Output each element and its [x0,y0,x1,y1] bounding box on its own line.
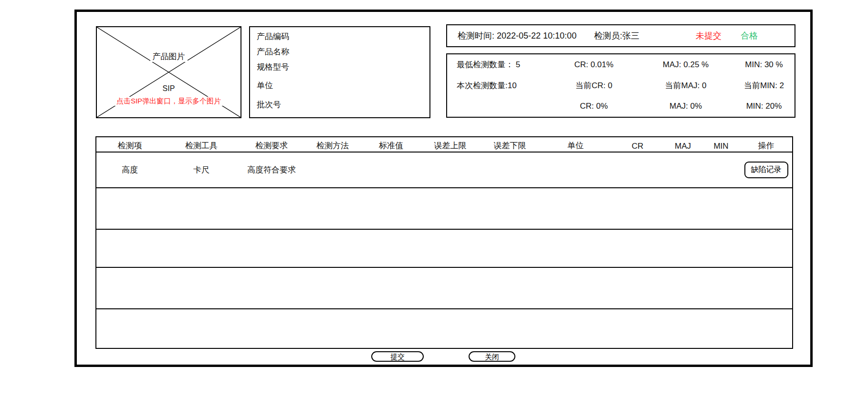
col-header-cr: CR [611,142,664,152]
table-row: 高度 卡尺 高度符合要求 缺陷记录 [96,153,792,188]
col-header-unit: 单位 [540,140,611,152]
product-code-label: 产品编码 [257,31,289,42]
sip-link[interactable]: SIP [160,84,178,93]
product-info-panel: 产品编码 产品名称 规格型号 单位 批次号 [249,26,430,118]
min-qty-stat: 最低检测数量： 5 [447,59,550,70]
submit-status-badge: 未提交 [696,30,722,41]
product-name-label: 产品名称 [257,46,289,57]
defect-record-button[interactable]: 缺陷记录 [744,162,788,178]
table-empty-row [96,309,792,348]
table-header-row: 检测项 检测工具 检测要求 检测方法 标准值 误差上限 误差下限 单位 CR M… [96,137,792,153]
table-empty-row [96,230,792,268]
col-header-standard: 标准值 [362,140,420,152]
col-header-tool: 检测工具 [163,140,240,152]
result-status-badge: 合格 [741,30,758,41]
table-empty-row [96,188,792,230]
col-header-upper-limit: 误差上限 [420,140,480,152]
maj-rate-stat: MAJ: 0% [638,102,733,111]
submit-button[interactable]: 提交 [371,351,424,362]
col-header-action: 操作 [740,140,792,152]
current-cr-stat: 当前CR: 0 [550,80,638,91]
col-header-item: 检测项 [96,140,163,152]
min-limit-stat: MIN: 30 % [733,60,795,70]
maj-limit-stat: MAJ: 0.25 % [638,60,733,70]
current-maj-stat: 当前MAJ: 0 [638,80,733,91]
col-header-method: 检测方法 [303,140,362,152]
cell-item: 高度 [96,164,163,175]
inspection-time-text: 检测时间: 2022-05-22 10:10:00 [458,30,576,41]
unit-label: 单位 [257,80,273,91]
inspection-header-bar: 检测时间: 2022-05-22 10:10:00 检测员:张三 未提交 合格 [446,24,795,47]
inspection-stats-panel: 最低检测数量： 5 CR: 0.01% MAJ: 0.25 % MIN: 30 … [446,53,795,118]
current-min-stat: 当前MIN: 2 [733,80,795,91]
col-header-lower-limit: 误差下限 [480,140,540,152]
cell-tool: 卡尺 [163,164,240,175]
cr-rate-stat: CR: 0% [550,102,638,111]
product-image-placeholder[interactable]: 产品图片 SIP 点击SIP弹出窗口，显示多个图片 [96,26,241,118]
col-header-maj: MAJ [664,142,702,152]
col-header-min: MIN [702,142,740,152]
inspector-text: 检测员:张三 [594,30,639,41]
cell-requirement: 高度符合要求 [240,164,303,175]
cr-limit-stat: CR: 0.01% [550,60,638,70]
min-rate-stat: MIN: 20% [733,102,795,111]
batch-number-label: 批次号 [257,99,281,110]
table-empty-row [96,268,792,309]
col-header-requirement: 检测要求 [240,140,303,152]
current-qty-stat: 本次检测数量:10 [447,80,550,91]
spec-model-label: 规格型号 [257,61,289,72]
inspection-items-table: 检测项 检测工具 检测要求 检测方法 标准值 误差上限 误差下限 单位 CR M… [95,136,793,349]
product-image-label: 产品图片 [150,51,188,62]
close-button[interactable]: 关闭 [469,351,515,362]
sip-hint-text: 点击SIP弹出窗口，显示多个图片 [114,97,223,106]
